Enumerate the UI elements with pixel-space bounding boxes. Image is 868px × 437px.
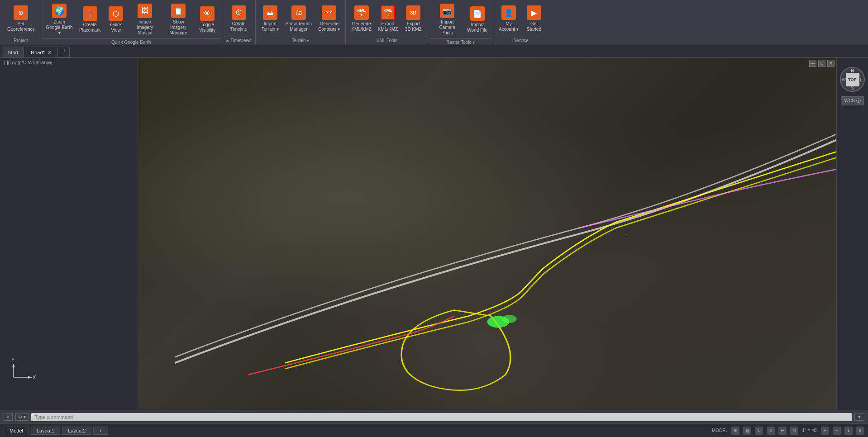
svg-text:X: X [33, 375, 36, 380]
toolbar-group-kml: KML+ GenerateKML/KMZ KML→ ExportKML/KMZ … [346, 0, 428, 45]
generate-contours-icon: 〰 [322, 5, 336, 20]
tab-road[interactable]: Road* ✕ [25, 47, 58, 57]
raster-group-label: Raster Tools ▾ [430, 38, 491, 47]
zoom-google-earth-button[interactable]: 🌍 ZoomGoogle Earth ▾ [43, 2, 76, 38]
minimize-button[interactable]: — [809, 60, 816, 67]
create-placemark-icon: 📍 [83, 6, 97, 21]
command-bar: ✕ ⚙ ▾ ▼ [0, 410, 868, 423]
measure-icon[interactable]: ⊢ [778, 427, 787, 435]
kml-group-label: KML Tools [348, 37, 426, 45]
tab-add-button[interactable]: + [59, 47, 70, 57]
toolbar: ⊕ SetGeoreference Project 🌍 ZoomGoogle E… [0, 0, 868, 45]
axis-indicator: Y X [9, 355, 36, 383]
compass-center: TOP [846, 73, 859, 86]
svg-marker-5 [28, 376, 32, 379]
my-account-icon: 👤 [501, 5, 516, 20]
import-camera-photo-icon: 📷 [440, 4, 454, 18]
toolbar-group-google-earth: 🌍 ZoomGoogle Earth ▾ 📍 CreatePlacemark ⬡… [40, 0, 222, 45]
show-imagery-manager-button[interactable]: 📋 Show ImageryManager [162, 2, 195, 38]
command-close-button[interactable]: ✕ [4, 413, 13, 421]
toolbar-group-timeviews: ⏱ CreateTimeline ∞ Timeviews [222, 0, 256, 45]
minus-icon[interactable]: − [833, 427, 841, 435]
toolbar-group-service: 👤 MyAccount ▾ ▶ GetStarted Service [493, 0, 548, 45]
timeviews-group-label: ∞ Timeviews [224, 37, 253, 45]
get-started-icon: ▶ [527, 5, 541, 20]
status-tab-layout1[interactable]: Layout1 [31, 427, 60, 435]
command-scroll-button[interactable]: ▼ [854, 413, 864, 421]
compass[interactable]: N S E W TOP [840, 67, 865, 92]
status-tab-add[interactable]: + [93, 427, 108, 435]
create-timeline-icon: ⏱ [232, 5, 246, 20]
google-earth-group-label: Quick Google Earth [42, 38, 220, 47]
status-tabs: Model Layout1 Layout2 + [4, 427, 108, 435]
import-imagery-mosaic-button[interactable]: 🖼 Import ImageryMosaic [129, 2, 161, 38]
info-icon[interactable]: ℹ [844, 427, 853, 435]
wcs-button[interactable]: WCS ⓘ [841, 96, 863, 105]
mode-label: MODEL [712, 428, 728, 433]
import-world-file-icon: 📄 [470, 6, 485, 21]
terrain-group-label: Terrain ▾ [258, 37, 344, 45]
import-camera-photo-button[interactable]: 📷 ImportCamera Photo [431, 2, 463, 38]
right-panel: N S E W TOP WCS ⓘ [836, 58, 868, 410]
layers-icon[interactable]: ≡ [856, 427, 864, 435]
compass-n-label: N [851, 68, 854, 73]
restore-button[interactable]: □ [818, 60, 825, 67]
tab-start[interactable]: Start [2, 47, 24, 57]
toggle-visibility-icon: 👁 [200, 6, 215, 21]
snap-icon[interactable]: ↻ [755, 427, 763, 435]
show-imagery-manager-icon: 📋 [171, 4, 186, 18]
view-label: [-][Top][2D Wireframe] [4, 60, 52, 65]
toolbar-group-raster: 📷 ImportCamera Photo 📄 ImportWorld File … [428, 0, 493, 45]
import-terrain-button[interactable]: ⛰ ImportTerrain ▾ [258, 4, 282, 34]
export-3dkmz-button[interactable]: 3D Export3D KMZ [401, 4, 425, 34]
command-input[interactable] [31, 413, 852, 421]
show-terrain-manager-icon: 🗂 [291, 5, 306, 20]
set-georeference-icon: ⊕ [14, 5, 28, 20]
my-account-button[interactable]: 👤 MyAccount ▾ [496, 4, 521, 34]
plus-icon[interactable]: + [821, 427, 829, 435]
generate-kml-button[interactable]: KML+ GenerateKML/KMZ [348, 4, 374, 34]
compass-e-label: E [860, 77, 863, 82]
create-placemark-button[interactable]: 📍 CreatePlacemark [76, 5, 103, 35]
import-world-file-button[interactable]: 📄 ImportWorld File [464, 5, 490, 35]
grid-icon[interactable]: ⊞ [731, 427, 739, 435]
close-window-button[interactable]: ✕ [827, 60, 835, 67]
toggle-visibility-button[interactable]: 👁 ToggleVisibility [196, 5, 219, 35]
set-georeference-button[interactable]: ⊕ SetGeoreference [5, 4, 37, 34]
status-tab-layout2[interactable]: Layout2 [62, 427, 91, 435]
svg-text:Y: Y [11, 357, 15, 362]
viewport-controls: — □ ✕ [809, 60, 835, 67]
main-area: [-][Top][2D Wireframe] Y X [0, 58, 868, 410]
zoom-google-earth-icon: 🌍 [52, 4, 67, 18]
import-imagery-mosaic-icon: 🖼 [138, 4, 152, 18]
map-overlay [138, 58, 836, 410]
status-right: MODEL ⊞ ▦ ↻ ⚙ ⊢ ⊡ 1" = 40' + − ℹ ≡ [712, 427, 864, 435]
project-group-label: Project [4, 37, 38, 45]
quick-view-button[interactable]: ⬡ QuickView [104, 5, 128, 35]
left-panel: [-][Top][2D Wireframe] Y X [0, 58, 138, 410]
ortho-icon[interactable]: ⊡ [790, 427, 798, 435]
show-terrain-manager-button[interactable]: 🗂 Show TerrainManager [283, 4, 315, 34]
get-started-button[interactable]: ▶ GetStarted [522, 4, 546, 34]
export-3dkmz-icon: 3D [406, 5, 420, 20]
quick-view-icon: ⬡ [109, 6, 123, 21]
compass-w-label: W [842, 77, 846, 82]
status-bar: Model Layout1 Layout2 + MODEL ⊞ ▦ ↻ ⚙ ⊢ … [0, 423, 868, 437]
service-group-label: Service [495, 37, 547, 45]
layout-icon[interactable]: ▦ [743, 427, 751, 435]
tab-road-close[interactable]: ✕ [48, 49, 52, 56]
scale-label: 1" = 40' [802, 428, 817, 433]
tabs-bar: Start Road* ✕ + [0, 45, 868, 58]
generate-contours-button[interactable]: 〰 GenerateContours ▾ [315, 4, 343, 34]
settings-status-icon[interactable]: ⚙ [767, 427, 775, 435]
command-settings-button[interactable]: ⚙ ▾ [15, 413, 29, 421]
viewport[interactable]: — □ ✕ [138, 58, 836, 410]
svg-marker-4 [12, 364, 15, 367]
export-kml-button[interactable]: KML→ ExportKML/KMZ [375, 4, 401, 34]
status-tab-model[interactable]: Model [4, 427, 29, 435]
export-kml-icon: KML→ [381, 5, 395, 20]
toolbar-group-terrain: ⛰ ImportTerrain ▾ 🗂 Show TerrainManager … [256, 0, 346, 45]
toolbar-group-project: ⊕ SetGeoreference Project [2, 0, 40, 45]
compass-s-label: S [851, 86, 854, 90]
create-timeline-button[interactable]: ⏱ CreateTimeline [227, 4, 251, 34]
